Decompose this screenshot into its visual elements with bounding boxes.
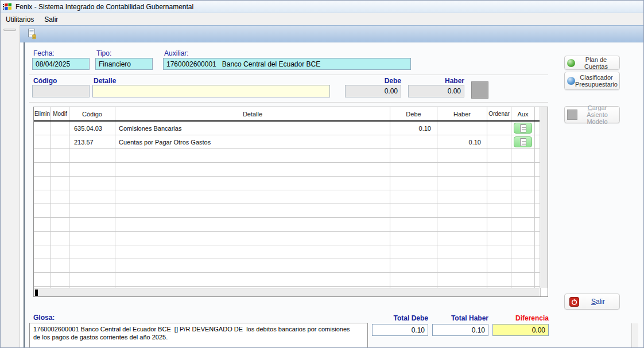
menu-utilitarios[interactable]: Utilitarios	[1, 13, 39, 25]
tipo-label: Tipo:	[96, 49, 111, 57]
blue-sphere-icon	[567, 77, 575, 85]
cell-debe	[390, 190, 437, 204]
table-row[interactable]	[34, 232, 548, 245]
cell-detalle	[115, 273, 390, 286]
plan-de-cuentas-button[interactable]: Plan de Cuentas	[564, 56, 620, 70]
add-entry-button[interactable]	[471, 81, 488, 99]
cargar-asiento-label: Cargar AsientoModelo	[577, 104, 617, 125]
debe-label: Debe	[345, 77, 401, 85]
sidebar-splitter-handle[interactable]	[3, 29, 16, 31]
glosa-label: Glosa:	[33, 314, 55, 322]
codigo-label: Código	[33, 77, 57, 85]
entries-grid-body: 635.04.03Comisiones Bancarias0.10213.57C…	[34, 122, 548, 297]
header-debe[interactable]: Debe	[390, 107, 437, 120]
table-row[interactable]	[34, 245, 548, 259]
cell-codigo	[69, 204, 115, 217]
tipo-field[interactable]: Financiero	[95, 58, 153, 70]
glosa-textarea[interactable]: 1760002600001 Banco Central del Ecuador …	[29, 323, 368, 348]
detalle-label: Detalle	[94, 77, 116, 85]
cell-codigo	[69, 273, 115, 286]
main-panel: Fecha: 08/04/2025 Tipo: Financiero Auxil…	[24, 42, 643, 347]
document-icon	[520, 138, 526, 146]
salir-label: Salir	[579, 298, 617, 305]
cell-codigo	[69, 259, 115, 272]
aux-button[interactable]	[514, 123, 532, 134]
table-row[interactable]	[34, 204, 548, 218]
table-row[interactable]	[34, 190, 548, 204]
salir-button[interactable]: Salir	[564, 294, 620, 310]
cell-aux	[511, 232, 535, 245]
cell-modif	[51, 135, 69, 148]
table-row[interactable]	[34, 218, 548, 232]
cell-aux	[511, 245, 535, 259]
header-ordenar[interactable]: Ordenar	[487, 107, 511, 120]
table-row[interactable]: 213.57Cuentas por Pagar Otros Gastos0.10	[34, 135, 548, 149]
clasificador-presupuestario-button[interactable]: ClasificadorPresupuestario	[564, 72, 620, 90]
table-row[interactable]	[34, 163, 548, 177]
clasificador-label: ClasificadorPresupuestario	[575, 74, 618, 88]
cell-modif	[51, 177, 69, 190]
cell-detalle	[115, 204, 390, 217]
auxiliar-field[interactable]: 1760002600001 Banco Central del Ecuador …	[163, 58, 411, 70]
haber-input[interactable]: 0.00	[408, 85, 464, 97]
header-elimin[interactable]: Elimin	[34, 107, 51, 120]
cell-modif	[51, 204, 69, 217]
cell-detalle	[115, 149, 390, 162]
cell-detalle	[115, 259, 390, 272]
cell-aux	[511, 259, 535, 272]
hscroll-thumb[interactable]	[35, 290, 38, 296]
cell-modif	[51, 190, 69, 204]
menu-salir[interactable]: Salir	[39, 13, 63, 25]
green-sphere-icon	[567, 59, 575, 67]
table-row[interactable]	[34, 177, 548, 190]
cell-ordenar	[487, 177, 511, 190]
aux-button[interactable]	[514, 136, 532, 147]
cell-ordenar	[487, 245, 511, 259]
header-modif[interactable]: Modif	[51, 107, 69, 120]
total-haber-label: Total Haber	[432, 314, 488, 322]
cell-debe	[390, 259, 437, 272]
total-debe-field: 0.10	[372, 324, 428, 336]
total-haber-field: 0.10	[432, 324, 488, 336]
cell-elimin	[34, 190, 51, 204]
cell-elimin	[34, 259, 51, 272]
cell-haber	[437, 177, 487, 190]
plan-de-cuentas-label: Plan de Cuentas	[575, 56, 617, 70]
cell-debe	[390, 273, 437, 286]
cell-modif	[51, 149, 69, 162]
window-title: Fenix - Sistema Integrado de Contabilida…	[15, 3, 193, 11]
detalle-input[interactable]	[92, 85, 330, 97]
fecha-field[interactable]: 08/04/2025	[32, 58, 90, 70]
cell-codigo: 635.04.03	[69, 122, 115, 135]
table-row[interactable]	[34, 149, 548, 163]
cell-debe	[390, 163, 437, 176]
cell-aux	[511, 163, 535, 176]
cell-detalle	[115, 245, 390, 259]
total-debe-label: Total Debe	[372, 314, 428, 322]
glosa-scrollbar[interactable]	[631, 323, 638, 348]
debe-input[interactable]: 0.00	[345, 85, 401, 97]
copy-document-button[interactable]	[25, 27, 39, 41]
header-aux[interactable]: Aux	[511, 107, 535, 120]
table-vertical-scrollbar[interactable]	[540, 107, 548, 288]
codigo-input[interactable]	[32, 85, 90, 97]
table-horizontal-scrollbar[interactable]	[34, 288, 540, 296]
document-icon	[520, 124, 526, 132]
cell-ordenar	[487, 259, 511, 272]
cell-modif	[51, 232, 69, 245]
cell-aux	[511, 204, 535, 217]
cell-ordenar	[487, 163, 511, 176]
table-row[interactable]: 635.04.03Comisiones Bancarias0.10	[34, 122, 548, 135]
table-row[interactable]	[34, 259, 548, 273]
cell-elimin	[34, 163, 51, 176]
cell-detalle	[115, 177, 390, 190]
cargar-asiento-modelo-button[interactable]: Cargar AsientoModelo	[564, 106, 620, 123]
header-codigo[interactable]: Código	[69, 107, 115, 120]
table-row[interactable]	[34, 273, 548, 287]
header-haber[interactable]: Haber	[437, 107, 487, 120]
cell-aux	[511, 122, 535, 135]
cell-haber	[437, 273, 487, 286]
cell-aux	[511, 218, 535, 231]
header-detalle[interactable]: Detalle	[115, 107, 390, 120]
toolbar	[20, 25, 643, 42]
